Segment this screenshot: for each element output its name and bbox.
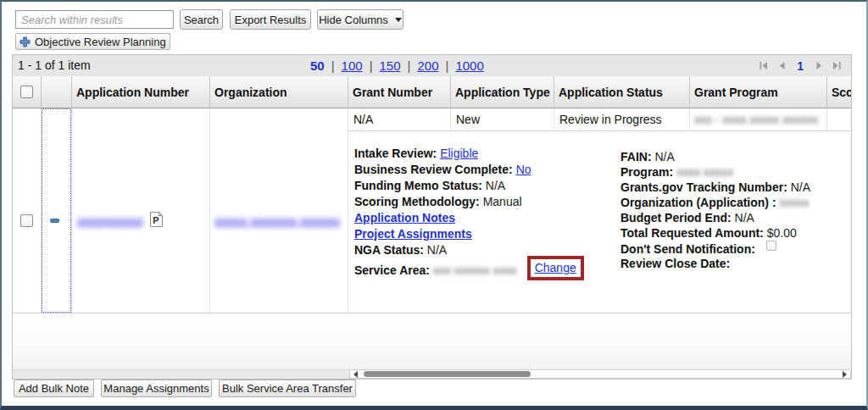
detail-service-area: Service Area: xxx xxxxxx xxxxChange: [354, 258, 584, 274]
row-checkbox[interactable]: [20, 214, 33, 227]
grant-program-redacted: xxx - xxxx xxxxx xxxxxx: [694, 113, 818, 126]
detail-business-review: Business Review Complete: No: [354, 162, 584, 178]
detail-label: Service Area:: [354, 263, 430, 277]
page-size-links: 50 | 100 | 150 | 200 | 1000: [310, 55, 484, 76]
page-size-150[interactable]: 150: [380, 58, 401, 73]
hide-columns-button[interactable]: Hide Columns: [317, 9, 403, 30]
change-service-area-link[interactable]: Change: [535, 261, 576, 274]
focus-outline: [42, 108, 71, 313]
detail-value: N/A: [486, 179, 505, 192]
detail-label: Intake Review:: [354, 147, 437, 160]
separator: |: [331, 58, 335, 73]
business-review-link[interactable]: No: [516, 163, 531, 176]
application-type-cell: New: [451, 108, 554, 131]
grant-program-cell: xxx - xxxx xxxxx xxxxxx: [690, 108, 827, 131]
detail-label: Funding Memo Status:: [354, 179, 482, 192]
frozen-pane-footer: [13, 369, 349, 379]
detail-value: N/A: [654, 150, 674, 163]
detail-program: Program: xxxx xxxxx: [620, 164, 810, 180]
col-score[interactable]: Score: [827, 76, 851, 108]
detail-grants-gov-tracking: Grants.gov Tracking Number: N/A: [620, 180, 810, 195]
table-header: Application Number Organization Grant Nu…: [12, 76, 852, 108]
organization-link[interactable]: xxxxx xxxxxxx xxxxxx: [214, 214, 340, 228]
current-page: 1: [795, 59, 805, 73]
col-organization[interactable]: Organization: [210, 76, 348, 108]
grid-info-bar: 1 - 1 of 1 item 50 | 100 | 150 | 200 | 1…: [12, 54, 852, 76]
table-row: xxxxxxxxxx P xxxxx xxxxxxx xxxxxx N/A Ne…: [12, 108, 852, 313]
row-values: N/A New Review in Progress xxx - xxxx xx…: [348, 108, 851, 131]
svg-text:P: P: [153, 214, 159, 224]
detail-label: Review Close Date:: [620, 257, 730, 270]
detail-application-notes: Application Notes: [354, 210, 584, 226]
organization-application-redacted: xxxxx: [779, 196, 809, 209]
collapse-row-icon[interactable]: [50, 219, 59, 223]
service-area-redacted: xxx xxxxxx xxxx: [433, 263, 517, 277]
hide-columns-label: Hide Columns: [319, 14, 388, 26]
detail-value: Manual: [483, 195, 522, 208]
detail-organization-application: Organization (Application) : xxxxx: [620, 195, 810, 210]
col-application-type[interactable]: Application Type: [451, 76, 554, 108]
details-left-column: Intake Review: Eligible Business Review …: [354, 146, 584, 274]
scroll-left-icon[interactable]: [353, 371, 358, 378]
score-cell: [827, 108, 851, 131]
row-expander-cell: [42, 108, 72, 313]
col-application-status[interactable]: Application Status: [554, 76, 690, 108]
col-application-number[interactable]: Application Number: [72, 76, 210, 108]
results-grid: 1 - 1 of 1 item 50 | 100 | 150 | 200 | 1…: [12, 54, 852, 380]
page-size-1000[interactable]: 1000: [455, 58, 483, 73]
detail-value: $0.00: [767, 226, 797, 240]
bulk-service-area-transfer-button[interactable]: Bulk Service Area Transfer: [219, 380, 356, 397]
detail-fain: FAIN: N/A: [620, 149, 810, 164]
detail-funding-memo: Funding Memo Status: N/A: [354, 178, 584, 194]
plus-icon: [19, 36, 31, 47]
search-input[interactable]: [15, 10, 174, 29]
detail-dont-send-notification: Don't Send Notification:: [620, 241, 810, 256]
page-size-100[interactable]: 100: [342, 58, 363, 73]
application-status-cell: Review in Progress: [554, 108, 690, 131]
prev-page-icon[interactable]: [779, 62, 785, 69]
scroll-right-icon[interactable]: [843, 371, 847, 378]
detail-value: N/A: [735, 211, 754, 224]
first-page-icon[interactable]: [760, 62, 768, 69]
manage-assignments-button[interactable]: Manage Assignments: [101, 380, 212, 397]
p-document-icon[interactable]: P: [150, 212, 163, 230]
application-number-link[interactable]: xxxxxxxxxx: [77, 214, 143, 228]
program-redacted: xxxx xxxxx: [676, 165, 733, 179]
col-grant-program[interactable]: Grant Program: [690, 76, 827, 108]
select-all-header-cell: [13, 76, 42, 108]
application-notes-link[interactable]: Application Notes: [354, 211, 455, 224]
objective-review-planning-label: Objective Review Planning: [35, 36, 166, 48]
page-size-200[interactable]: 200: [417, 58, 438, 73]
grant-number-cell: N/A: [348, 108, 451, 131]
expander-header-cell: [42, 76, 72, 108]
intake-review-link[interactable]: Eligible: [440, 147, 478, 160]
next-page-icon[interactable]: [816, 62, 822, 69]
select-all-checkbox[interactable]: [20, 86, 33, 98]
detail-value: N/A: [427, 243, 447, 257]
objective-review-planning-button[interactable]: Objective Review Planning: [15, 33, 170, 50]
search-button[interactable]: Search: [180, 9, 223, 30]
dont-send-notification-checkbox[interactable]: [766, 241, 776, 251]
detail-label: Don't Send Notification:: [620, 242, 755, 256]
detail-review-close-date: Review Close Date:: [620, 256, 810, 271]
col-grant-number[interactable]: Grant Number: [348, 76, 451, 108]
add-bulk-note-button[interactable]: Add Bulk Note: [14, 380, 94, 397]
chevron-down-icon: [395, 18, 402, 22]
export-results-button[interactable]: Export Results: [230, 9, 311, 30]
last-page-icon[interactable]: [832, 62, 841, 69]
detail-project-assignments: Project Assignments: [354, 226, 584, 242]
detail-label: Organization (Application) :: [620, 196, 776, 209]
grid-bottom-strip: [12, 369, 852, 380]
separator: |: [408, 58, 411, 73]
app-window: Search Export Results Hide Columns Objec…: [0, 0, 868, 410]
detail-label: FAIN:: [620, 150, 652, 163]
detail-intake-review: Intake Review: Eligible: [354, 146, 584, 162]
project-assignments-link[interactable]: Project Assignments: [354, 227, 472, 241]
page-size-50[interactable]: 50: [310, 58, 325, 73]
row-details-panel: Intake Review: Eligible Business Review …: [348, 131, 851, 313]
scrollbar-thumb[interactable]: [364, 371, 531, 377]
results-count: 1 - 1 of 1 item: [18, 55, 91, 76]
detail-label: Grants.gov Tracking Number:: [620, 180, 787, 194]
horizontal-scrollbar[interactable]: [349, 369, 851, 379]
pager-controls: 1: [760, 55, 841, 76]
